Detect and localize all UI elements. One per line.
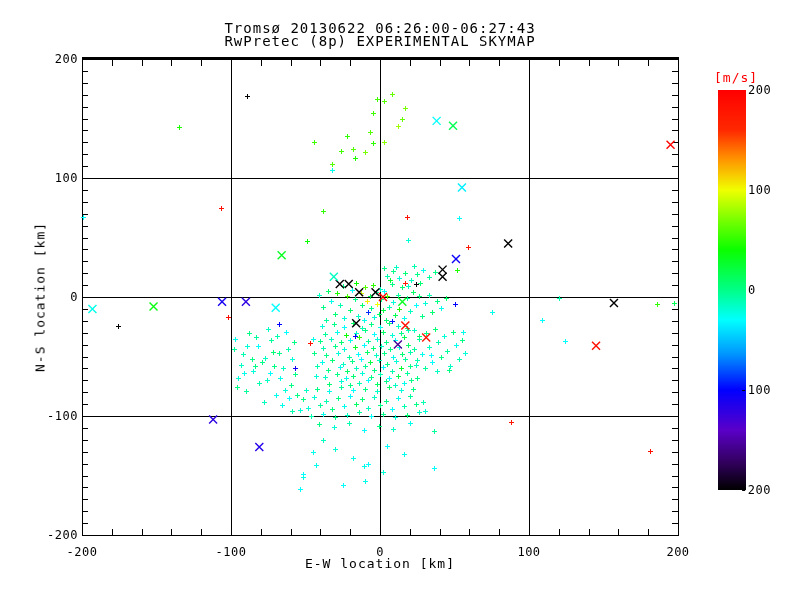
skymap-canvas	[0, 0, 800, 600]
y-tick-label: 200	[32, 52, 78, 66]
x-tick-label: -200	[67, 545, 98, 559]
plot-title-line2: RwPretec (8p) EXPERIMENTAL SKYMAP	[224, 35, 535, 48]
y-tick-label: 100	[32, 171, 78, 185]
y-tick-label: 0	[32, 290, 78, 304]
y-tick-label: -100	[32, 409, 78, 423]
x-tick-label: 100	[517, 545, 540, 559]
colorbar-tick-label: 0	[748, 283, 756, 297]
x-tick-label: -100	[216, 545, 247, 559]
colorbar-tick-label: 200	[748, 83, 771, 97]
y-tick-label: -200	[32, 528, 78, 542]
colorbar-gradient	[718, 90, 746, 490]
skymap-page: Tromsø 20130622 06:26:00-06:27:43 RwPret…	[0, 0, 800, 600]
colorbar-tick-label: -200	[740, 483, 771, 497]
plot-title-block: Tromsø 20130622 06:26:00-06:27:43 RwPret…	[224, 22, 535, 48]
colorbar-tick-label: -100	[740, 383, 771, 397]
x-tick-label: 0	[376, 545, 384, 559]
x-tick-label: 200	[666, 545, 689, 559]
colorbar-tick-label: 100	[748, 183, 771, 197]
